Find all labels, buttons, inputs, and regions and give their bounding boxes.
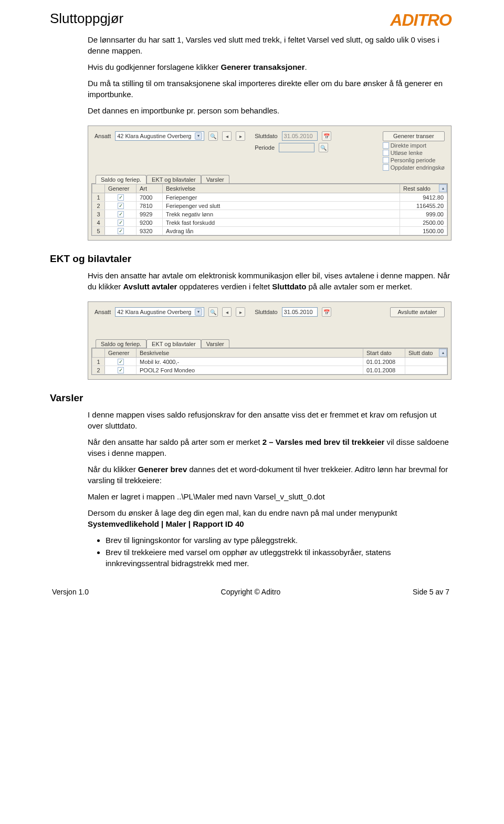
varsler-p4: Malen er lagret i mappen ..\PL\Maler med… (88, 491, 452, 502)
varsler-p2: Når den ansatte har saldo på arter som e… (88, 436, 452, 458)
chevron-down-icon[interactable]: ▾ (195, 132, 202, 140)
table-row: 39929Trekk negativ lønn999.00 (92, 210, 447, 218)
table-row: 27810Feriepenger ved slutt116455.20 (92, 202, 447, 210)
ansatt-label: Ansatt (94, 309, 111, 315)
ekt-heading: EKT og bilavtaler (50, 253, 452, 265)
sluttdato-label: Sluttdato (255, 133, 277, 139)
tab-varsler[interactable]: Varsler (201, 339, 229, 348)
page-title: Sluttoppgjør (50, 11, 123, 27)
row-checkbox[interactable] (118, 194, 124, 201)
utlose-lenke-checkbox[interactable] (383, 150, 389, 156)
search-icon[interactable]: 🔍 (208, 307, 218, 317)
prev-icon[interactable]: ◂ (222, 131, 232, 141)
calendar-icon[interactable] (322, 307, 331, 317)
table-row: 49200Trekk fast forskudd2500.00 (92, 218, 447, 227)
row-checkbox[interactable] (118, 220, 124, 226)
screenshot-panel-2: Ansatt 42 Klara Augustine Overberg ▾ 🔍 ◂… (88, 301, 452, 380)
saldo-grid: Generer Art Beskrivelse Rest saldo 17000… (92, 184, 447, 235)
ekt-paragraph: Hvis den ansatte har avtale om elektroni… (88, 270, 452, 292)
tab-ekt[interactable]: EKT og bilavtaler (146, 339, 201, 348)
scroll-up-icon[interactable]: ▴ (439, 349, 447, 357)
table-row: 1Mobil kr. 4000,-01.01.2008 (92, 358, 447, 366)
row-checkbox[interactable] (118, 359, 124, 365)
sluttdato-label: Sluttdato (255, 309, 277, 315)
tab-ekt[interactable]: EKT og bilavtaler (146, 175, 201, 184)
search-icon[interactable]: 🔍 (319, 143, 328, 152)
table-row: 17000Feriepenger9412.80 (92, 193, 447, 202)
direkte-import-checkbox[interactable] (383, 142, 389, 149)
varsler-p1: I denne mappen vises saldo refusjonskrav… (88, 409, 452, 431)
bullet-item: Brev til ligningskontor for varsling av … (106, 535, 452, 546)
generer-transer-button[interactable]: Generer transer (383, 131, 445, 141)
row-checkbox[interactable] (118, 228, 124, 234)
next-icon[interactable]: ▸ (236, 307, 245, 317)
varsler-p3: Når du klikker Generer brev dannes det e… (88, 464, 452, 486)
footer-copyright: Copyright © Aditro (221, 588, 281, 596)
intro-paragraph-3: Du må ta stilling til om transaksjonene … (88, 78, 452, 100)
row-checkbox[interactable] (118, 211, 124, 217)
tab-saldo[interactable]: Saldo og feriep. (96, 175, 146, 184)
footer-version: Versjon 1.0 (52, 588, 89, 596)
search-icon[interactable]: 🔍 (208, 131, 218, 141)
periode-label: Periode (255, 144, 275, 151)
prev-icon[interactable]: ◂ (222, 307, 232, 317)
ansatt-combo[interactable]: 42 Klara Augustine Overberg ▾ (115, 307, 204, 317)
calendar-icon[interactable] (322, 131, 331, 141)
ekt-grid: Generer Beskrivelse Start dato Slutt dat… (92, 348, 447, 374)
oppdater-endringsko-checkbox[interactable] (383, 164, 389, 171)
brand-logo: ADITRO (390, 11, 452, 30)
next-icon[interactable]: ▸ (236, 131, 245, 141)
chevron-down-icon[interactable]: ▾ (195, 308, 202, 316)
screenshot-panel-1: Ansatt 42 Klara Augustine Overberg ▾ 🔍 ◂… (88, 126, 452, 241)
bullet-item: Brev til trekkeiere med varsel om opphør… (106, 547, 452, 569)
periode-field (279, 143, 314, 152)
intro-paragraph-4: Det dannes en importbunke pr. person som… (88, 105, 452, 116)
row-checkbox[interactable] (118, 367, 124, 373)
ansatt-label: Ansatt (94, 133, 111, 139)
tab-varsler[interactable]: Varsler (201, 175, 229, 184)
intro-paragraph-1: De lønnsarter du har satt 1, Varsles ved… (88, 34, 452, 56)
avslutte-avtaler-button[interactable]: Avslutte avtaler (390, 307, 445, 317)
ansatt-combo[interactable]: 42 Klara Augustine Overberg ▾ (115, 131, 204, 141)
table-row: 2POOL2 Ford Mondeo01.01.2008 (92, 366, 447, 374)
tab-saldo[interactable]: Saldo og feriep. (96, 339, 146, 348)
row-checkbox[interactable] (118, 203, 124, 209)
sluttdato-field: 31.05.2010 (282, 131, 318, 141)
scroll-up-icon[interactable]: ▴ (439, 184, 447, 192)
sluttdato-field[interactable]: 31.05.2010 (282, 307, 318, 317)
footer-page: Side 5 av 7 (413, 588, 449, 596)
page-footer: Versjon 1.0 Copyright © Aditro Side 5 av… (50, 588, 452, 596)
varsler-p5: Dersom du ønsker å lage deg din egen mal… (88, 507, 452, 529)
personlig-periode-checkbox[interactable] (383, 157, 389, 163)
intro-paragraph-2: Hvis du godkjenner forslagene klikker Ge… (88, 61, 452, 72)
varsler-heading: Varsler (50, 392, 452, 404)
table-row: 59320Avdrag lån1500.00 (92, 227, 447, 235)
